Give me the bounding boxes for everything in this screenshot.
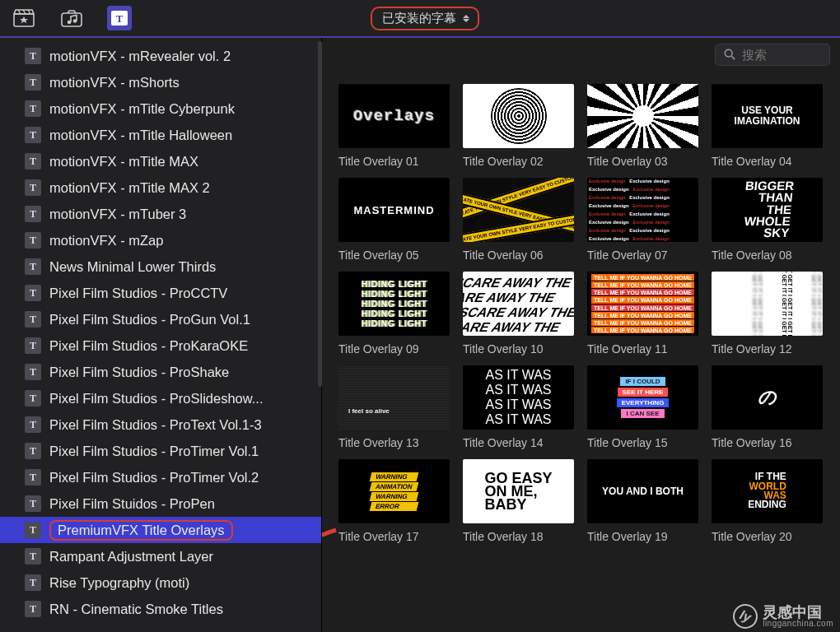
thumbnail-cell[interactable]: OverlaysTitle Overlay 01	[338, 84, 450, 168]
thumbnail-cell[interactable]: Exclusive design Exclusive designExclusi…	[587, 178, 698, 262]
title-category-icon: T	[25, 74, 41, 91]
sidebar-item[interactable]: TPixel Film Studios - ProShake	[0, 359, 321, 385]
thumbnail-caption: Title Overlay 17	[338, 530, 450, 543]
sidebar-item[interactable]: TRN - Cinematic Smoke Titles	[0, 596, 321, 622]
thumbnail-cell[interactable]: IF I COULDSEE IT HEREEVERYTHINGI CAN SEE…	[587, 365, 698, 449]
thumbnail-caption: Title Overlay 09	[338, 342, 450, 356]
thumbnail-caption: Title Overlay 03	[587, 155, 698, 168]
title-category-icon: T	[25, 100, 41, 117]
thumbnail-caption: Title Overlay 12	[712, 342, 823, 356]
thumbnail-preview[interactable]	[587, 84, 698, 148]
sidebar-item[interactable]: TmotionVFX - mTuber 3	[0, 201, 321, 227]
thumbnail-preview[interactable]: BIGGERTHANTHEWHOLESKY	[712, 178, 823, 242]
sidebar-item[interactable]: TPixel Film Studios - ProText Vol.1-3	[0, 411, 321, 438]
thumbnail-cell[interactable]: USE YOURIMAGINATIONTitle Overlay 04	[712, 84, 823, 168]
thumbnail-preview[interactable]: YOU AND I BOTH	[587, 459, 698, 523]
sidebar-item[interactable]: TPremiumVFX Title Overlays	[0, 517, 321, 543]
sidebar-item[interactable]: TmotionVFX - mShorts	[0, 69, 321, 95]
thumbnail-cell[interactable]: のTitle Overlay 16	[712, 365, 823, 449]
thumbnail-cell[interactable]: BIGGERTHANTHEWHOLESKYTitle Overlay 08	[712, 178, 823, 262]
thumbnail-preview[interactable]: Exclusive design Exclusive designExclusi…	[587, 178, 698, 242]
sidebar-item[interactable]: TPixel Film Stuidos - ProPen	[0, 490, 321, 517]
sidebar-item[interactable]: TmotionVFX - mRevealer vol. 2	[0, 43, 321, 69]
thumbnail-cell[interactable]: IT GET IT I GET IT I GET IT IT GET IT I …	[712, 272, 823, 356]
sidebar-item[interactable]: TmotionVFX - mTitle MAX 2	[0, 174, 321, 201]
sidebar-item[interactable]: TRampant Adjustment Layer	[0, 543, 321, 569]
sidebar-item[interactable]: TPixel Film Studios - ProCCTV	[0, 280, 321, 306]
sidebar-item-label: Pixel Film Stuidos - ProPen	[49, 496, 215, 512]
thumbnail-caption: Title Overlay 06	[463, 249, 574, 262]
sidebar-item[interactable]: TmotionVFX - mTitle Halloween	[0, 122, 321, 148]
thumbnail-preview[interactable]: SCARE AWAY THESCARE AWAY THESCARE AWAY T…	[463, 272, 574, 336]
thumbnail-cell[interactable]: Title Overlay 13	[338, 365, 450, 449]
sidebar-item-label: News Minimal Lower Thirds	[49, 259, 216, 275]
thumbnail-cell[interactable]: CREATE YOUR OWN STYLE VERY EASY TO CUSTO…	[463, 178, 574, 262]
thumbnail-cell[interactable]: WARNINGANIMATIONWARNINGERRORTitle Overla…	[338, 459, 450, 543]
media-library-button[interactable]	[12, 6, 36, 30]
top-toolbar: T 已安装的字幕	[0, 0, 840, 38]
thumbnail-caption: Title Overlay 20	[712, 530, 823, 543]
thumbnail-preview[interactable]: の	[712, 365, 823, 430]
sidebar-item-label: Rise Typography (moti)	[49, 575, 189, 591]
thumbnail-cell[interactable]: TELL ME IF YOU WANNA GO HOMETELL ME IF Y…	[587, 272, 698, 356]
chevron-updown-icon	[463, 15, 469, 22]
sidebar-item[interactable]: TmotionVFX - mZap	[0, 227, 321, 253]
thumbnail-cell[interactable]: Title Overlay 03	[587, 84, 698, 168]
thumbnail-preview[interactable]: USE YOURIMAGINATION	[712, 84, 823, 148]
search-input[interactable]	[742, 48, 821, 62]
sidebar-item[interactable]: TPixel Film Studios - ProSlideshow...	[0, 385, 321, 411]
sidebar-item-label: Pixel Film Studios - ProCCTV	[49, 286, 227, 301]
titles-filter-dropdown[interactable]: 已安装的字幕	[371, 7, 479, 30]
thumbnail-cell[interactable]: HIDING LIGHTHIDING LIGHTHIDING LIGHTHIDI…	[338, 272, 450, 356]
sidebar-category-list[interactable]: TmotionVFX - mRevealer vol. 2TmotionVFX …	[0, 38, 321, 632]
title-category-icon: T	[25, 285, 41, 301]
sidebar-item[interactable]: TPixel Film Studios - ProTimer Vol.1	[0, 438, 321, 464]
titles-library-button[interactable]: T	[107, 6, 132, 30]
dropdown-label: 已安装的字幕	[382, 11, 456, 26]
thumbnail-preview[interactable]: GO EASYON ME,BABY	[463, 459, 574, 523]
thumbnail-cell[interactable]: SCARE AWAY THESCARE AWAY THESCARE AWAY T…	[463, 272, 574, 356]
thumbnail-preview[interactable]: WARNINGANIMATIONWARNINGERROR	[338, 459, 450, 523]
thumbnail-preview[interactable]: IF THEWORLDWASENDING	[712, 459, 823, 523]
thumbnail-cell[interactable]: Title Overlay 02	[463, 84, 574, 168]
sidebar-item[interactable]: TPixel Film Studios - ProTimer Vol.2	[0, 464, 321, 490]
title-category-icon: T	[25, 153, 41, 170]
sidebar-item[interactable]: TPixel Film Studios - ProKaraOKE	[0, 332, 321, 359]
sidebar-item[interactable]: TPixel Film Studios - ProGun Vol.1	[0, 306, 321, 332]
sidebar-item[interactable]: TmotionVFX - mTitle MAX	[0, 148, 321, 174]
thumbnail-preview[interactable]: CREATE YOUR OWN STYLE VERY EASY TO CUSTO…	[463, 178, 574, 242]
clapperboard-star-icon	[13, 9, 35, 27]
thumbnail-cell[interactable]: MASTERMINDTitle Overlay 05	[338, 178, 450, 262]
svg-marker-1	[20, 16, 28, 23]
sidebar-scrollbar[interactable]	[318, 41, 322, 387]
sidebar-item[interactable]: TmotionVFX - mTitle Cyberpunk	[0, 95, 321, 122]
search-field[interactable]	[715, 44, 830, 66]
thumbnail-caption: Title Overlay 18	[463, 530, 574, 543]
title-category-icon: T	[25, 206, 41, 222]
thumbnail-preview[interactable]: MASTERMIND	[338, 178, 450, 242]
sidebar-item-label: Pixel Film Studios - ProKaraOKE	[49, 338, 248, 354]
thumbnail-cell[interactable]: AS IT WASAS IT WASAS IT WASAS IT WASTitl…	[463, 365, 574, 449]
svg-rect-2	[62, 13, 82, 26]
thumbnail-preview[interactable]: TELL ME IF YOU WANNA GO HOMETELL ME IF Y…	[587, 272, 698, 336]
title-category-icon: T	[25, 232, 41, 249]
svg-text:T: T	[116, 12, 124, 25]
thumbnail-preview[interactable]: HIDING LIGHTHIDING LIGHTHIDING LIGHTHIDI…	[338, 272, 450, 336]
thumbnail-preview[interactable]: IF I COULDSEE IT HEREEVERYTHINGI CAN SEE	[587, 365, 698, 430]
thumbnail-preview[interactable]	[338, 365, 450, 430]
sidebar-item[interactable]: TNews Minimal Lower Thirds	[0, 253, 321, 280]
thumbnail-cell[interactable]: YOU AND I BOTHTitle Overlay 19	[587, 459, 698, 543]
sidebar-item[interactable]: TRise Typography (moti)	[0, 569, 321, 596]
title-category-icon: T	[25, 574, 41, 591]
thumbnail-preview[interactable]: AS IT WASAS IT WASAS IT WASAS IT WAS	[463, 365, 574, 430]
main-panel: OverlaysTitle Overlay 01Title Overlay 02…	[321, 38, 840, 632]
thumbnail-preview[interactable]	[463, 84, 574, 148]
title-category-icon: T	[25, 601, 41, 617]
thumbnail-cell[interactable]: GO EASYON ME,BABYTitle Overlay 18	[463, 459, 574, 543]
sidebar-item-label: motionVFX - mTuber 3	[49, 207, 186, 222]
thumbnail-cell[interactable]: IF THEWORLDWASENDINGTitle Overlay 20	[712, 459, 823, 543]
sidebar-item-label: Pixel Film Studios - ProText Vol.1-3	[49, 417, 262, 433]
audio-library-button[interactable]	[59, 6, 84, 30]
thumbnail-preview[interactable]: IT GET IT I GET IT I GET IT IT GET IT I …	[712, 272, 823, 336]
thumbnail-preview[interactable]: Overlays	[338, 84, 450, 148]
